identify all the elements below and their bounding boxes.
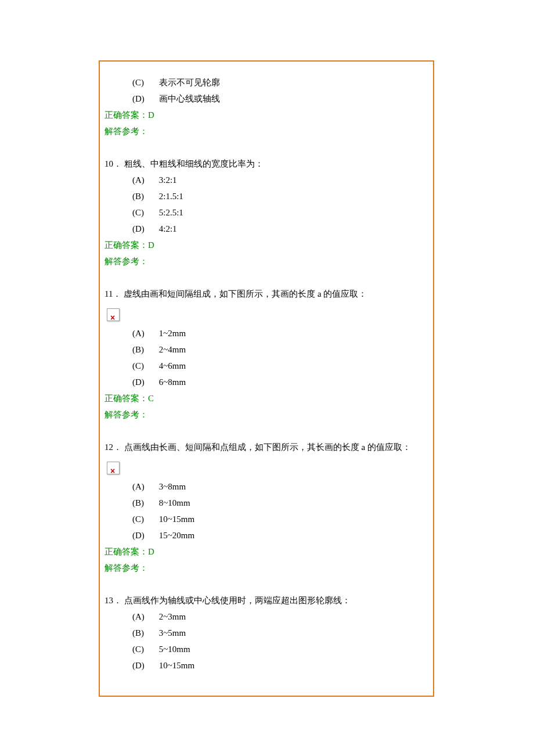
option-text: 15~20mm bbox=[159, 531, 194, 540]
option-label: (C) bbox=[132, 204, 157, 221]
q11-option-d: (D) 6~8mm bbox=[104, 374, 428, 390]
option-label: (D) bbox=[132, 91, 157, 107]
option-label: (D) bbox=[132, 221, 157, 237]
option-label: (C) bbox=[132, 641, 157, 657]
option-text: 8~10mm bbox=[159, 498, 190, 507]
option-text: 5:2.5:1 bbox=[159, 208, 183, 217]
q13-option-d: (D) 10~15mm bbox=[104, 657, 428, 674]
option-text: 3~5mm bbox=[159, 628, 186, 638]
spacer bbox=[104, 423, 428, 439]
option-text: 2:1.5:1 bbox=[159, 192, 183, 201]
question-text: 点画线作为轴线或中心线使用时，两端应超出图形轮廓线： bbox=[124, 596, 351, 605]
q10-option-b: (B) 2:1.5:1 bbox=[104, 188, 428, 204]
q11-stem: 11． 虚线由画和短间隔组成，如下图所示，其画的长度 a 的值应取： bbox=[104, 286, 428, 302]
q11-answer: 正确答案：C bbox=[104, 390, 428, 406]
option-label: (B) bbox=[132, 495, 157, 511]
q12-option-b: (B) 8~10mm bbox=[104, 495, 428, 511]
spacer bbox=[104, 576, 428, 592]
option-label: (D) bbox=[132, 374, 157, 390]
option-label: (A) bbox=[132, 478, 157, 495]
q10-option-a: (A) 3:2:1 bbox=[104, 172, 428, 188]
option-label: (C) bbox=[132, 511, 157, 527]
spacer bbox=[104, 269, 428, 286]
option-text: 画中心线或轴线 bbox=[159, 94, 220, 103]
option-text: 10~15mm bbox=[159, 514, 194, 524]
option-text: 1~2mm bbox=[159, 329, 186, 338]
broken-image-icon bbox=[107, 462, 120, 474]
spacer bbox=[104, 139, 428, 156]
question-number: 11． bbox=[104, 286, 121, 302]
option-text: 3~8mm bbox=[159, 482, 186, 491]
q12-image-row bbox=[104, 455, 428, 478]
q12-answer: 正确答案：D bbox=[104, 543, 428, 560]
option-text: 3:2:1 bbox=[159, 175, 177, 185]
q10-reference: 解答参考： bbox=[104, 253, 428, 269]
q11-option-c: (C) 4~6mm bbox=[104, 358, 428, 374]
option-text: 2~4mm bbox=[159, 345, 186, 354]
q13-option-a: (A) 2~3mm bbox=[104, 609, 428, 625]
broken-image-icon bbox=[107, 308, 120, 321]
option-text: 6~8mm bbox=[159, 377, 186, 387]
question-text: 虚线由画和短间隔组成，如下图所示，其画的长度 a 的值应取： bbox=[124, 289, 367, 298]
q9-option-d: (D) 画中心线或轴线 bbox=[104, 91, 428, 107]
q13-option-c: (C) 5~10mm bbox=[104, 641, 428, 657]
q12-reference: 解答参考： bbox=[104, 560, 428, 576]
q9-answer: 正确答案：D bbox=[104, 107, 428, 123]
option-text: 10~15mm bbox=[159, 661, 194, 670]
q11-option-b: (B) 2~4mm bbox=[104, 341, 428, 358]
option-label: (D) bbox=[132, 527, 157, 543]
q10-stem: 10． 粗线、中粗线和细线的宽度比率为： bbox=[104, 156, 428, 172]
question-number: 12． bbox=[104, 439, 122, 455]
q10-answer: 正确答案：D bbox=[104, 237, 428, 253]
q9-reference: 解答参考： bbox=[104, 123, 428, 139]
q11-image-row bbox=[104, 302, 428, 325]
q10-option-d: (D) 4:2:1 bbox=[104, 221, 428, 237]
option-text: 4:2:1 bbox=[159, 224, 177, 233]
option-label: (A) bbox=[132, 325, 157, 341]
q10-option-c: (C) 5:2.5:1 bbox=[104, 204, 428, 221]
q13-option-b: (B) 3~5mm bbox=[104, 625, 428, 641]
q11-reference: 解答参考： bbox=[104, 406, 428, 423]
option-label: (D) bbox=[132, 657, 157, 674]
q9-option-c: (C) 表示不可见轮廓 bbox=[104, 74, 428, 91]
option-label: (B) bbox=[132, 625, 157, 641]
q12-option-d: (D) 15~20mm bbox=[104, 527, 428, 543]
option-text: 5~10mm bbox=[159, 645, 190, 654]
question-text: 粗线、中粗线和细线的宽度比率为： bbox=[124, 159, 264, 168]
option-label: (B) bbox=[132, 341, 157, 358]
q13-stem: 13． 点画线作为轴线或中心线使用时，两端应超出图形轮廓线： bbox=[104, 592, 428, 609]
question-text: 点画线由长画、短间隔和点组成，如下图所示，其长画的长度 a 的值应取： bbox=[124, 442, 411, 452]
option-label: (C) bbox=[132, 74, 157, 91]
question-number: 10． bbox=[104, 156, 122, 172]
option-label: (A) bbox=[132, 172, 157, 188]
option-text: 表示不可见轮廓 bbox=[159, 78, 220, 87]
option-label: (A) bbox=[132, 609, 157, 625]
option-text: 4~6mm bbox=[159, 361, 186, 370]
option-label: (C) bbox=[132, 358, 157, 374]
q12-option-a: (A) 3~8mm bbox=[104, 478, 428, 495]
q11-option-a: (A) 1~2mm bbox=[104, 325, 428, 341]
option-label: (B) bbox=[132, 188, 157, 204]
q12-stem: 12． 点画线由长画、短间隔和点组成，如下图所示，其长画的长度 a 的值应取： bbox=[104, 439, 428, 455]
page-frame: (C) 表示不可见轮廓 (D) 画中心线或轴线 正确答案：D 解答参考： 10．… bbox=[99, 60, 434, 697]
option-text: 2~3mm bbox=[159, 612, 186, 621]
q12-option-c: (C) 10~15mm bbox=[104, 511, 428, 527]
question-number: 13． bbox=[104, 592, 122, 609]
